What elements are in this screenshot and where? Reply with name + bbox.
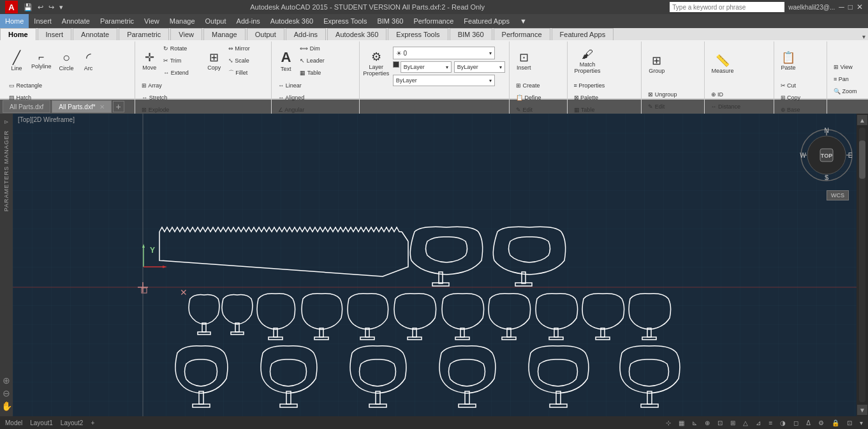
menu-parametric[interactable]: Parametric: [95, 14, 139, 28]
stretch-button[interactable]: ↔ Stretch: [139, 92, 267, 103]
tab-addins[interactable]: Add-ins: [286, 28, 326, 40]
canvas-area[interactable]: [Top][2D Wireframe] Y: [13, 114, 868, 416]
create-block-button[interactable]: ⊞ Create: [513, 80, 563, 91]
line-button[interactable]: ╱ Line: [6, 43, 27, 79]
tab-home[interactable]: Home: [0, 28, 36, 40]
restore-button[interactable]: □: [848, 3, 853, 11]
measure-button[interactable]: 📏 Measure: [709, 46, 737, 82]
clipboard-copy-button[interactable]: ⊞ Copy: [778, 92, 823, 103]
paste-button[interactable]: 📋 Paste: [778, 43, 799, 79]
lineweight-dropdown[interactable]: ByLayer▾: [393, 75, 495, 86]
circle-button[interactable]: ○ Circle: [56, 43, 77, 79]
ribbon-minimize-btn[interactable]: ▾: [862, 33, 865, 40]
group-edit-button[interactable]: ✎ Edit: [645, 101, 700, 112]
menu-annotate[interactable]: Annotate: [57, 14, 95, 28]
array-button[interactable]: ⊞ Array: [139, 80, 267, 91]
rotate-button[interactable]: ↻ Rotate: [161, 43, 203, 54]
quick-access-undo[interactable]: ↩: [36, 3, 45, 11]
arc-button[interactable]: ◜ Arc: [78, 43, 99, 79]
menu-addins[interactable]: Add-ins: [232, 14, 265, 28]
copy-button[interactable]: ⊞ Copy: [204, 43, 224, 79]
scroll-up-button[interactable]: ▲: [857, 115, 867, 125]
view-btn1[interactable]: ⊞ View: [831, 61, 855, 73]
quick-access-redo[interactable]: ↪: [47, 3, 56, 11]
polar-btn[interactable]: ⊕: [705, 419, 710, 426]
tab-view[interactable]: View: [170, 28, 202, 40]
lock-btn[interactable]: 🔒: [832, 419, 839, 426]
linetype-dropdown[interactable]: ByLayer▾: [454, 61, 505, 73]
ducs-btn[interactable]: △: [743, 419, 748, 426]
grid-btn[interactable]: ▦: [679, 419, 684, 426]
cut-button[interactable]: ✂ Cut: [778, 80, 823, 91]
dynmode-btn[interactable]: ⊿: [756, 419, 761, 426]
define-attrib-button[interactable]: 📋 Define: [513, 92, 563, 103]
fillet-button[interactable]: ⌒ Fillet: [226, 67, 268, 79]
extend-button[interactable]: ↔ Extend: [161, 67, 203, 79]
prop-list-button[interactable]: ≡ Properties: [571, 80, 638, 91]
rectangle-button[interactable]: ▭ Rectangle: [6, 80, 131, 91]
close-button[interactable]: ✕: [857, 3, 863, 11]
tab-expresstools[interactable]: Express Tools: [388, 28, 448, 40]
search-input[interactable]: [670, 2, 784, 12]
zoom-out-icon[interactable]: ⊖: [1, 388, 12, 398]
new-tab-button[interactable]: +: [113, 101, 124, 112]
menu-bim360[interactable]: BIM 360: [372, 14, 408, 28]
transparency-btn[interactable]: ◑: [780, 419, 786, 426]
user-account[interactable]: waelkhalil23@...: [788, 4, 835, 11]
tab-autodesk360[interactable]: Autodesk 360: [327, 28, 386, 40]
move-button[interactable]: ✛ Move: [139, 43, 159, 79]
menu-output[interactable]: Output: [200, 14, 232, 28]
clean-screen-btn[interactable]: ⊡: [847, 419, 852, 426]
minimize-button[interactable]: ─: [839, 3, 844, 11]
pan-icon[interactable]: ✋: [1, 401, 12, 411]
menu-home[interactable]: Home: [0, 14, 29, 28]
insert-button[interactable]: ⊡ Insert: [513, 43, 534, 79]
table-button[interactable]: ▦ Table: [297, 67, 355, 79]
scale-button[interactable]: ⤡ Scale: [226, 55, 268, 66]
otrack-btn[interactable]: ⊞: [730, 419, 735, 426]
polyline-button[interactable]: ⌐ Polyline: [28, 43, 55, 79]
doc-tab-2[interactable]: All Parts.dxf* ✕: [52, 100, 111, 113]
tab-output[interactable]: Output: [247, 28, 284, 40]
tab-bim360[interactable]: BIM 360: [450, 28, 492, 40]
menu-view[interactable]: View: [139, 14, 165, 28]
text-button[interactable]: A Text: [276, 43, 296, 79]
tab-manage[interactable]: Manage: [203, 28, 246, 40]
annotation-btn[interactable]: Δ: [806, 419, 811, 426]
tab-annotate[interactable]: Annotate: [73, 28, 117, 40]
leader-button[interactable]: ↖ Leader: [297, 55, 355, 66]
tab-insert[interactable]: Insert: [38, 28, 72, 40]
menu-more[interactable]: ▼: [515, 14, 532, 28]
dimension-button[interactable]: ⟺ Dim: [297, 43, 355, 54]
snap-btn[interactable]: ⊹: [666, 419, 671, 426]
menu-performance[interactable]: Performance: [408, 14, 459, 28]
layer-properties-button[interactable]: ⚙ LayerProperties: [364, 45, 389, 81]
quick-access-more[interactable]: ▾: [57, 3, 65, 11]
wcs-button[interactable]: WCS: [827, 190, 849, 200]
mirror-button[interactable]: ⇔ Mirror: [226, 43, 268, 54]
tab-performance[interactable]: Performance: [494, 28, 550, 40]
color-dropdown[interactable]: ByLayer▾: [401, 61, 452, 73]
left-panel-toggle[interactable]: ⊳: [4, 119, 9, 125]
group-button[interactable]: ⊞ Group: [645, 46, 668, 82]
trim-button[interactable]: ✂ Trim: [161, 55, 203, 66]
scroll-down-button[interactable]: ▼: [857, 405, 867, 415]
bottom-layout2[interactable]: Layout2: [61, 419, 84, 426]
menu-insert[interactable]: Insert: [29, 14, 57, 28]
match-properties-button[interactable]: 🖌 MatchProperties: [571, 43, 604, 79]
bottom-add-layout[interactable]: +: [91, 419, 94, 426]
distance-button[interactable]: ↔ Distance: [709, 101, 770, 112]
menu-manage[interactable]: Manage: [165, 14, 200, 28]
annot-more2[interactable]: ↔ Aligned: [276, 92, 355, 103]
scroll-thumb[interactable]: [859, 140, 865, 179]
view-btn2[interactable]: ≡ Pan: [831, 73, 851, 85]
prop-palette-button[interactable]: ⊠ Palette: [571, 92, 638, 103]
menu-express-tools[interactable]: Express Tools: [318, 14, 372, 28]
zoom-in-icon[interactable]: ⊕: [1, 375, 12, 386]
osnap-btn[interactable]: ⊡: [717, 419, 723, 426]
annot-more1[interactable]: ↔ Linear: [276, 80, 355, 91]
workspace-btn[interactable]: ⚙: [818, 419, 824, 426]
id-button[interactable]: ⊕ ID: [709, 89, 770, 100]
quick-access-save[interactable]: 💾: [22, 3, 34, 11]
layer-dropdown[interactable]: ☀ 0▾: [393, 47, 495, 59]
